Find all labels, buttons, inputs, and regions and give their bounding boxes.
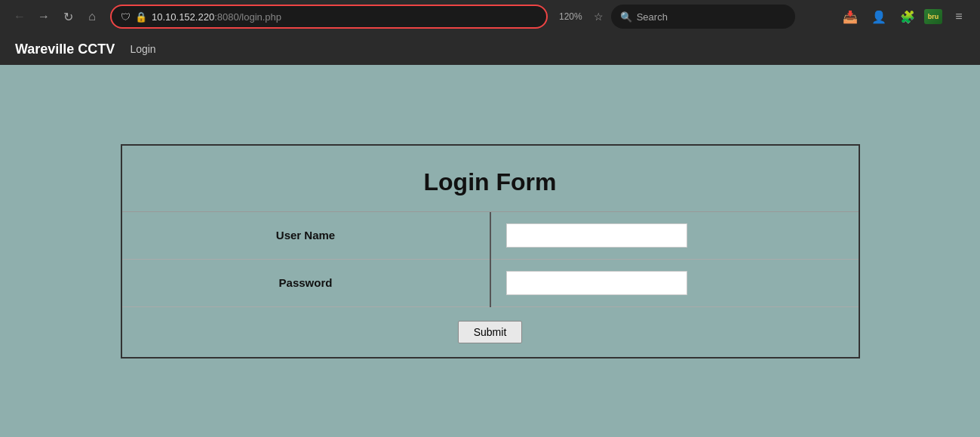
login-box: Login Form User Name Password Submit <box>121 144 860 359</box>
address-host: 10.10.152.220 <box>152 11 214 23</box>
submit-row: Submit <box>122 306 859 357</box>
login-form-table: User Name Password Submit <box>122 212 859 357</box>
account-button[interactable]: 👤 <box>867 5 891 29</box>
toolbar-right: 📥 👤 🧩 bru ≡ <box>838 5 971 29</box>
menu-icon: ≡ <box>955 10 962 23</box>
menu-button[interactable]: ≡ <box>947 5 971 29</box>
address-bar-wrapper: 🛡 🔒 10.10.152.220:8080/login.php <box>110 5 548 29</box>
password-input[interactable] <box>506 271 687 295</box>
bookmark-button[interactable]: ☆ <box>594 11 604 23</box>
password-row: Password <box>122 259 859 306</box>
username-row: User Name <box>122 212 859 260</box>
page-content: Login Form User Name Password Submit <box>0 65 980 437</box>
home-button[interactable]: ⌂ <box>81 6 103 27</box>
extension-badge: bru <box>924 9 942 24</box>
pocket-button[interactable]: 📥 <box>838 5 862 29</box>
back-icon: ← <box>14 10 26 23</box>
nav-login-link[interactable]: Login <box>130 43 155 55</box>
forward-icon: → <box>38 10 50 23</box>
account-icon: 👤 <box>871 10 886 24</box>
back-button[interactable]: ← <box>9 6 30 27</box>
search-placeholder: Search <box>637 11 668 23</box>
lock-icon: 🔒 <box>135 11 147 23</box>
address-text: 10.10.152.220:8080/login.php <box>152 11 537 23</box>
nav-buttons: ← → ↻ ⌂ <box>9 6 103 27</box>
zoom-button[interactable]: 120% <box>555 10 586 23</box>
username-input-cell <box>490 212 859 260</box>
forward-button[interactable]: → <box>33 6 54 27</box>
brand-name: Wareville CCTV <box>15 42 115 57</box>
address-bar[interactable]: 🛡 🔒 10.10.152.220:8080/login.php <box>110 5 548 29</box>
address-port-path: :8080/login.php <box>214 11 281 23</box>
zoom-level: 120% <box>559 11 582 22</box>
shield-icon: 🛡 <box>121 11 131 23</box>
username-input[interactable] <box>506 223 687 248</box>
submit-cell: Submit <box>122 306 859 357</box>
username-label: User Name <box>122 212 490 260</box>
search-icon: 🔍 <box>620 11 632 23</box>
password-input-cell <box>490 259 859 306</box>
reload-icon: ↻ <box>63 10 73 24</box>
reload-button[interactable]: ↻ <box>57 6 78 27</box>
pocket-icon: 📥 <box>843 10 858 24</box>
submit-button[interactable]: Submit <box>458 321 523 343</box>
extensions-icon: 🧩 <box>900 10 915 24</box>
search-bar[interactable]: 🔍 Search <box>611 5 795 29</box>
star-icon: ☆ <box>594 11 604 23</box>
login-form-title: Login Form <box>122 146 859 212</box>
page-navbar: Wareville CCTV Login <box>0 33 980 65</box>
extensions-button[interactable]: 🧩 <box>896 5 920 29</box>
browser-toolbar: ← → ↻ ⌂ 🛡 🔒 10.10.152.220:8080/login.php… <box>0 0 980 33</box>
home-icon: ⌂ <box>88 10 96 23</box>
password-label: Password <box>122 259 490 306</box>
